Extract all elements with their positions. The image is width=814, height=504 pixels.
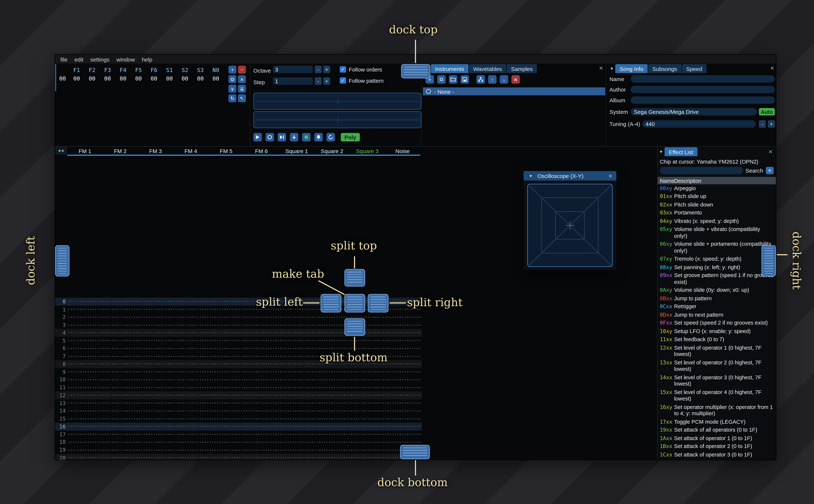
order-duplicate-to-end-button[interactable]: ⇊ <box>238 85 246 93</box>
effect-row[interactable]: 00xyArpeggio <box>658 184 776 193</box>
song-album-input[interactable] <box>631 96 775 104</box>
pattern-row[interactable]: 17 <box>55 431 422 438</box>
order-duplicate-button[interactable]: ⧉ <box>228 75 236 83</box>
pattern-row[interactable]: 20 <box>55 454 422 460</box>
order-remove-button[interactable]: − <box>238 66 246 74</box>
channel-header-fm-5[interactable]: FM 5 <box>208 148 244 154</box>
instruments-tab-samples[interactable]: Samples <box>507 64 537 73</box>
effect-list-close-icon[interactable]: ✕ <box>768 149 773 155</box>
effect-row[interactable]: 08xySet panning (x: left; y: right) <box>658 263 776 272</box>
instruments-tab-instruments[interactable]: Instruments <box>431 64 469 73</box>
pattern-row[interactable]: 12 <box>55 391 422 399</box>
play-button[interactable] <box>253 133 262 141</box>
oscilloscope-close-icon[interactable]: ✕ <box>608 173 613 179</box>
menu-item-settings[interactable]: settings <box>90 56 109 62</box>
effect-row[interactable]: 0FxxSet speed (speed 2 if no grooves exi… <box>658 319 776 327</box>
tuning-minus-button[interactable]: - <box>759 120 766 128</box>
pattern-row[interactable]: 5 <box>55 337 422 344</box>
order-value-cell[interactable]: 00 <box>115 75 131 81</box>
octave-plus-button[interactable]: + <box>323 66 330 73</box>
metronome-button[interactable] <box>314 133 323 141</box>
effect-row[interactable]: 0CxxRetrigger <box>658 303 776 311</box>
pattern-row[interactable]: 15 <box>55 415 422 423</box>
oscilloscope-titlebar[interactable]: ▼ Oscilloscope (X-Y) ✕ <box>524 171 616 181</box>
instruments-tab-wavetables[interactable]: Wavetables <box>469 64 506 73</box>
hamburger-icon[interactable]: ≡ <box>766 167 774 174</box>
song-tab-speed[interactable]: Speed <box>682 64 706 73</box>
effect-row[interactable]: 10xySetup LFO (x: enable; y: speed) <box>658 327 776 336</box>
channel-header-square-2[interactable]: Square 2 <box>314 148 349 154</box>
order-edit-mode-button[interactable]: ↖ <box>238 94 246 102</box>
channel-header-noise[interactable]: Noise <box>385 148 420 154</box>
order-move-down-button[interactable]: ∨ <box>228 85 236 93</box>
order-value-cell[interactable]: 00 <box>69 75 84 81</box>
effect-row[interactable]: 03xxPortamento <box>658 209 776 217</box>
dock-right-target[interactable] <box>761 245 776 277</box>
order-move-up-button[interactable]: ∧ <box>238 75 246 83</box>
dock-top-target[interactable] <box>401 64 430 78</box>
add-channel-button[interactable]: ++ <box>55 147 67 155</box>
channel-header-fm-2[interactable]: FM 2 <box>103 148 138 154</box>
split-top-target[interactable] <box>344 269 365 287</box>
effect-row[interactable]: 09xxSet groove pattern (speed 1 if no gr… <box>658 271 776 286</box>
song-tab-song-info[interactable]: Song Info <box>615 64 648 73</box>
step-one-row-button[interactable] <box>290 133 298 141</box>
effect-row[interactable]: 01xxPitch slide up <box>658 193 776 201</box>
menu-item-file[interactable]: file <box>60 56 68 62</box>
order-value-cell[interactable]: 00 <box>162 75 177 81</box>
channel-header-square-1[interactable]: Square 1 <box>279 148 314 154</box>
effect-row[interactable]: 1CxxSet attack of operator 3 (0 to 1F) <box>658 451 776 459</box>
effect-row[interactable]: 04xyVibrato (x: speed; y: depth) <box>658 217 776 225</box>
delete-instrument-button[interactable]: ✕ <box>511 75 520 84</box>
split-left-target[interactable] <box>320 294 341 313</box>
effect-row[interactable]: 14xxSet level of operator 3 (0 highest, … <box>658 373 776 388</box>
collapse-icon[interactable]: ▼ <box>658 149 665 156</box>
dock-left-target[interactable] <box>55 245 69 277</box>
move-instrument-down-button[interactable]: ↓ <box>500 75 508 84</box>
save-instrument-button[interactable] <box>461 75 469 84</box>
play-pattern-button[interactable] <box>265 133 274 141</box>
tab-effect-list[interactable]: Effect List <box>665 147 697 156</box>
pattern-row[interactable]: 3 <box>55 321 422 329</box>
auto-system-button[interactable]: Auto <box>759 108 775 116</box>
open-instrument-button[interactable] <box>449 75 457 84</box>
pattern-row[interactable]: 1 <box>55 305 422 313</box>
effect-row[interactable]: 0DxxJump to next pattern <box>658 311 776 319</box>
octave-minus-button[interactable]: - <box>315 66 322 73</box>
channel-header-fm-4[interactable]: FM 4 <box>173 148 208 154</box>
play-from-cursor-button[interactable] <box>278 133 286 141</box>
split-right-target[interactable] <box>368 294 388 313</box>
octave-input[interactable] <box>273 66 313 73</box>
effect-row[interactable]: 06xyVolume slide + portamento (compatibi… <box>658 240 776 255</box>
collapse-icon[interactable]: ▼ <box>527 174 534 178</box>
tuning-input[interactable] <box>642 120 756 128</box>
move-instrument-up-button[interactable]: ↑ <box>488 75 497 84</box>
channel-header-fm-6[interactable]: FM 6 <box>244 148 279 154</box>
order-value-cell[interactable]: 00 <box>193 75 208 81</box>
instruments-close-icon[interactable]: ✕ <box>599 65 603 71</box>
make-tab-target[interactable] <box>344 294 365 313</box>
repeat-pattern-button[interactable] <box>326 133 335 141</box>
tuning-plus-button[interactable]: + <box>768 120 775 128</box>
order-add-button[interactable]: + <box>228 66 236 74</box>
pattern-row[interactable]: 11 <box>55 384 422 391</box>
pattern-row[interactable]: 16 <box>55 423 422 430</box>
pattern-row[interactable]: 14 <box>55 407 422 415</box>
pattern-row[interactable]: 10 <box>55 376 422 384</box>
order-row-number[interactable]: 00 <box>56 75 69 81</box>
effect-row[interactable]: 16xySet operator multiplier (x: operator… <box>658 403 776 418</box>
effect-row[interactable]: 13xxSet level of operator 2 (0 highest, … <box>658 358 776 373</box>
song-info-close-icon[interactable]: ✕ <box>770 65 774 71</box>
effect-row[interactable]: 19xxSet attack of all operators (0 to 1F… <box>658 426 776 434</box>
follow-pattern-checkbox[interactable]: ✓ Follow pattern <box>340 77 383 84</box>
edit-record-toggle[interactable] <box>302 133 310 141</box>
step-plus-button[interactable]: + <box>323 77 330 85</box>
effect-row[interactable]: 02xxPitch slide down <box>658 201 776 209</box>
order-change-all-button[interactable]: ↻ <box>228 94 236 102</box>
song-author-input[interactable] <box>631 86 775 93</box>
effect-search-input[interactable] <box>660 167 743 174</box>
instrument-folders-button[interactable] <box>477 75 485 84</box>
effect-row[interactable]: 1AxxSet attack of operator 1 (0 to 1F) <box>658 434 776 443</box>
instrument-list-item-none[interactable]: - None - <box>423 87 605 95</box>
pattern-row[interactable]: 2 <box>55 313 422 321</box>
